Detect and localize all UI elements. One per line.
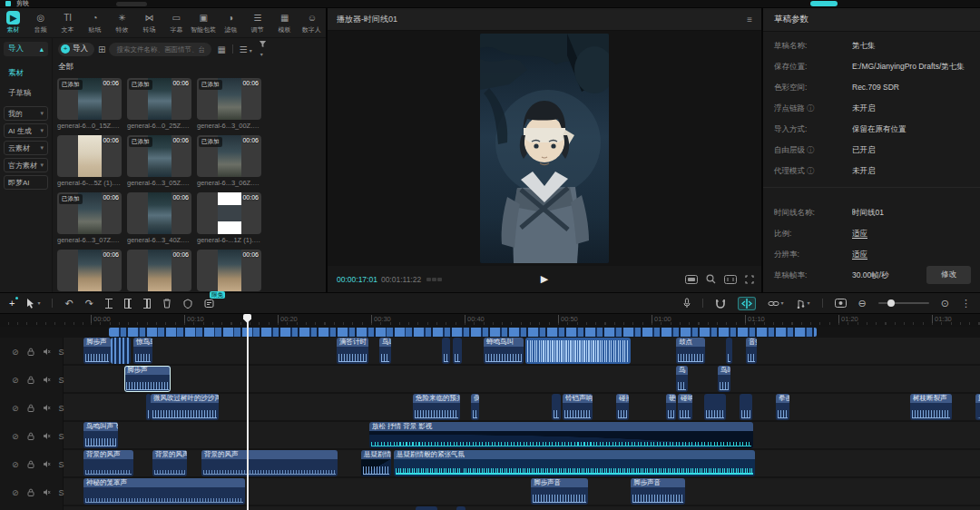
import-button[interactable]: + 导入 [58,43,94,56]
timeline-clip[interactable] [442,338,450,364]
timeline-clip[interactable]: 拳击 [776,394,789,420]
timeline-clip[interactable]: 碰响 [678,394,692,420]
zoom-fit-icon[interactable]: ⊙ [941,298,949,309]
timeline-clip[interactable]: 微风吹过树叶的沙沙声 [151,394,219,420]
media-item[interactable]: 已添加00:06general-6...3_00Z.mp4 [197,78,261,130]
tab-素材[interactable]: ▶素材 [0,11,27,34]
tab-模板[interactable]: ▦模板 [271,11,299,34]
record-screen-icon[interactable] [835,299,847,308]
smart-edit-icon[interactable]: 限免 [204,299,214,309]
track-solo-button[interactable]: S [59,488,64,497]
timeline-clip[interactable]: 背景的风声 [83,450,133,476]
timeline-clip[interactable]: 脚步声音 [631,478,685,505]
search-input[interactable] [109,43,211,56]
timeline-clip[interactable]: 悬疑剧情般 [361,450,391,476]
sort-icon[interactable]: ☰▾ [240,44,252,54]
zoom-out-icon[interactable]: ⊖ [858,298,867,309]
tab-智能包装[interactable]: ▣智能包装 [190,11,217,34]
media-item[interactable]: 00:06general-6-...1Z (2).mp4 [57,250,122,292]
more-options-icon[interactable]: ⋮ [961,298,971,309]
mask-icon[interactable] [183,299,192,309]
track-mute-icon[interactable] [43,404,51,412]
timeline-clip[interactable]: 神秘的笼罩声 [83,478,245,505]
tab-数字人[interactable]: ☺数字人 [299,11,326,34]
track-lock-icon[interactable] [27,432,34,440]
track-mute-icon[interactable] [43,460,51,468]
timeline-clip[interactable]: 旋律上升 [975,394,980,420]
play-button[interactable]: ▶ [541,273,548,285]
track-lock-icon[interactable] [27,460,34,468]
tab-滤镜[interactable]: ◑滤镜 [217,11,244,34]
timeline-clip[interactable]: 音效 [746,338,757,364]
sidebar-item-云素材[interactable]: 云素材▾ [4,141,48,155]
track-lock-icon[interactable] [27,376,34,384]
voiceover-mic-icon[interactable] [683,298,691,309]
timeline-clip[interactable]: 碰撞 [616,394,629,420]
track-hide-icon[interactable]: ⊘ [12,432,19,441]
track-lock-icon[interactable] [27,404,34,412]
quality-badge-icon[interactable] [685,275,698,284]
media-item[interactable]: 已添加00:06general-6...0_25Z.mp4 [127,78,191,130]
timeline-zoom-slider[interactable] [878,302,929,304]
timeline-clip[interactable] [456,506,466,510]
link-icon[interactable]: ▾ [768,298,784,309]
tab-文本[interactable]: TI文本 [54,11,82,34]
track-hide-icon[interactable]: ⊘ [12,348,19,357]
sidebar-item-我的[interactable]: 我的▾ [4,106,48,121]
timeline-clip[interactable] [704,394,726,420]
add-track-icon[interactable]: + [9,298,15,309]
timeline-clip[interactable]: 脚步声 [83,338,111,364]
timeline-clip[interactable]: 鸟叫 [718,366,730,392]
track-lock-icon[interactable] [27,348,34,356]
timeline[interactable]: 00:0000:1000:2000:3000:4000:5001:0001:10… [0,314,980,510]
timeline-clip[interactable] [525,338,631,364]
filter-icon[interactable]: ▾ [259,40,267,58]
media-item[interactable]: 00:06general-6-...1Z (1).mp4 [197,192,261,244]
media-item[interactable]: 00:06general-6...3_42Z.mp4 [197,250,261,292]
frame-grid-icon[interactable] [426,278,442,281]
param-value[interactable]: 适应 [852,229,867,240]
track-mute-icon[interactable] [43,348,51,356]
sidebar-item-即梦AI[interactable]: 即梦AI [4,175,48,190]
timeline-clip[interactable]: 惊鸟鸟叫 [133,338,152,364]
sidebar-item-官方素材[interactable]: 官方素材▾ [4,158,48,172]
sidebar-item-AI 生成[interactable]: AI 生成▾ [4,123,48,138]
track-lock-icon[interactable] [27,488,34,496]
timeline-clip[interactable]: 放松 抒情 背景 影视 [369,422,753,448]
track-solo-button[interactable]: S [59,432,64,441]
auto-beat-icon[interactable]: ▾ [796,298,810,309]
timeline-clip[interactable] [726,338,732,364]
tab-转场[interactable]: ⋈转场 [135,11,162,34]
timeline-clip[interactable]: 滴答计时 [337,338,368,364]
split-icon[interactable] [105,299,113,309]
media-item[interactable]: 已添加00:06general-6...3_05Z.mp4 [127,135,191,187]
timeline-clip[interactable]: 鸟 [676,366,688,392]
tab-调节[interactable]: ☰调节 [244,11,271,34]
preview-axis-icon[interactable] [738,297,756,310]
timeline-clip[interactable]: 鸟叫 [379,338,391,364]
media-item[interactable]: 已添加00:06general-6...3_07Z.mp4 [57,192,122,244]
track-solo-button[interactable]: S [59,376,64,385]
magnifier-icon[interactable] [706,274,716,284]
track-hide-icon[interactable]: ⊘ [12,488,19,497]
titlebar-accent-button[interactable] [810,1,838,6]
track-solo-button[interactable]: S [59,460,64,469]
fullscreen-icon[interactable] [745,275,754,284]
redo-icon[interactable]: ↷ [85,298,93,309]
undo-icon[interactable]: ↶ [64,298,73,309]
timeline-clip[interactable] [552,394,561,420]
sidebar-item-素材[interactable]: 素材 [0,64,52,83]
select-tool-icon[interactable]: ▾ [26,298,40,309]
timeline-clip[interactable]: 倒 [471,394,479,420]
canvas-ratio-icon[interactable] [724,275,737,284]
delete-icon[interactable] [162,299,172,309]
media-item[interactable]: 00:06general-6...3_40Z.mp4 [127,192,191,244]
track-row[interactable] [64,506,980,510]
tab-音频[interactable]: ◎音频 [27,11,54,34]
trim-right-icon[interactable] [143,299,151,309]
timeline-clip[interactable]: 危险来临的预兆感 [413,394,460,420]
tab-字幕[interactable]: ▭字幕 [162,11,190,34]
player-menu-icon[interactable]: ≡ [747,15,752,25]
timeline-clip[interactable]: 脚步声 [124,366,171,392]
media-item[interactable]: 已添加00:06general-6...0_15Z.mp4 [57,78,122,130]
